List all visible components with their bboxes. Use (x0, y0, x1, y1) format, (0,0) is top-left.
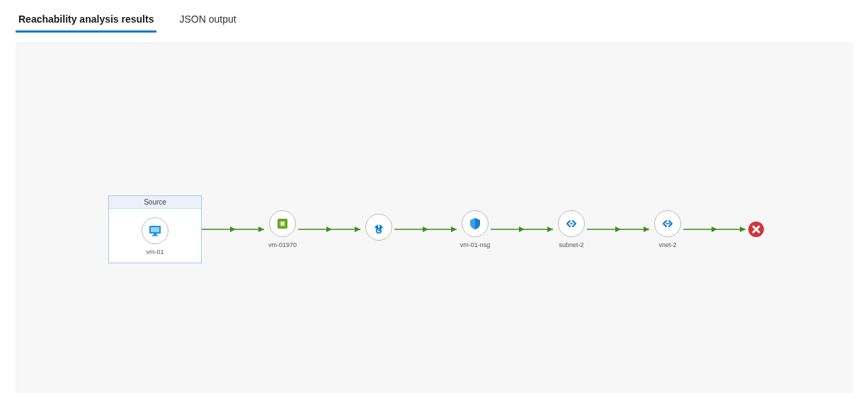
vm-icon (142, 217, 169, 244)
arrow-icon (683, 226, 748, 233)
arrow-icon (587, 226, 652, 233)
source-header-label: Source (109, 196, 201, 209)
diagram-canvas[interactable]: Source vm-01 vm-01970 (16, 42, 852, 393)
tab-json-output[interactable]: JSON output (176, 6, 239, 32)
hop-label: subnet-2 (559, 241, 583, 248)
hop-node-vnet[interactable]: vnet-2 (652, 210, 683, 248)
hop-node-ipconfig[interactable] (363, 214, 394, 245)
reachability-path: Source vm-01 vm-01970 (108, 195, 764, 263)
shield-icon (462, 210, 489, 237)
hop-label: vm-01970 (268, 241, 297, 248)
ipconfig-icon (365, 214, 392, 241)
source-node-box[interactable]: Source vm-01 (108, 195, 202, 263)
hop-label: vm-01-nsg (460, 241, 491, 248)
subnet-icon (558, 210, 585, 237)
hop-node-nsg[interactable]: vm-01-nsg (459, 210, 491, 248)
tab-reachability[interactable]: Reachability analysis results (16, 6, 156, 32)
hop-node-nic[interactable]: vm-01970 (267, 210, 298, 248)
arrow-icon (394, 226, 459, 233)
arrow-icon (298, 226, 363, 233)
vnet-icon (654, 210, 681, 237)
arrow-icon (202, 226, 267, 233)
tabs: Reachability analysis results JSON outpu… (0, 0, 868, 33)
hop-label: vnet-2 (658, 241, 676, 248)
source-node-label: vm-01 (146, 248, 164, 256)
hop-node-subnet[interactable]: subnet-2 (556, 210, 587, 248)
arrow-icon (491, 226, 556, 233)
terminal-fail[interactable] (748, 222, 764, 237)
nic-icon (269, 210, 296, 237)
error-icon (748, 222, 764, 237)
